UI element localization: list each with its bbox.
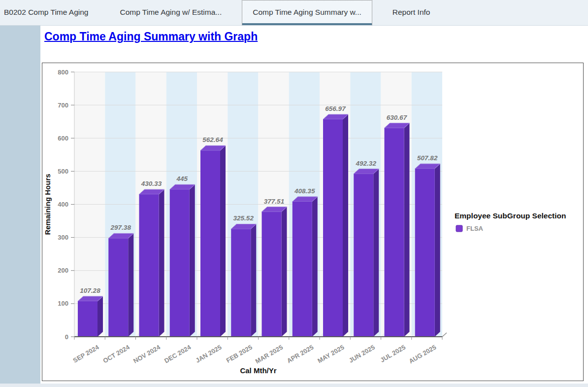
bar-side-face: [128, 233, 133, 337]
y-tick-label: 500: [58, 168, 68, 175]
x-tick-label: AUG 2025: [408, 344, 438, 365]
y-tick-label: 700: [58, 102, 68, 109]
left-sidebar: [0, 26, 40, 384]
bar-value-label: 297.38: [110, 224, 131, 231]
bar-side-face: [251, 224, 256, 337]
tab-bar: B0202 Comp Time Aging Comp Time Aging w/…: [0, 0, 588, 26]
bar-value-label: 408.35: [294, 187, 315, 195]
bar-front-face: [108, 238, 128, 337]
x-tick-label: JAN 2025: [194, 344, 223, 364]
legend-swatch-flsa: [456, 225, 462, 232]
bar-front-face: [415, 169, 435, 337]
y-tick-label: 100: [58, 300, 68, 307]
x-tick-label: JUN 2025: [348, 344, 376, 364]
y-axis-title: Remaining Hours: [43, 174, 52, 235]
bar-value-label: 430.33: [141, 180, 162, 187]
bar-value-label: 377.51: [264, 198, 284, 205]
bar-front-face: [385, 128, 404, 337]
bar-value-label: 630.67: [387, 114, 408, 121]
bar-front-face: [78, 301, 98, 337]
bar-nov-2024[interactable]: 430.33: [135, 180, 164, 337]
x-axis-3d-edge: [442, 333, 447, 337]
bar-value-label: 562.64: [202, 136, 223, 143]
x-tick-label: NOV 2024: [132, 343, 162, 365]
y-tick-label: 600: [58, 135, 68, 142]
tab-report-info[interactable]: Report Info: [382, 0, 441, 25]
bar-value-label: 107.28: [80, 287, 100, 294]
bar-oct-2024[interactable]: 297.38: [104, 224, 133, 337]
bar-front-face: [170, 189, 190, 337]
bar-front-face: [231, 229, 251, 337]
bar-dec-2024[interactable]: 445: [166, 175, 195, 337]
bar-side-face: [312, 197, 318, 337]
bar-front-face: [354, 174, 373, 337]
bar-value-label: 325.52: [233, 214, 254, 222]
x-tick-label: OCT 2024: [101, 343, 131, 364]
bar-front-face: [200, 150, 220, 337]
x-tick-label: MAR 2025: [254, 344, 284, 365]
bar-front-face: [293, 202, 312, 337]
chart-svg: 0100200300400500600700800107.28297.38430…: [42, 63, 583, 381]
bar-value-label: 656.97: [325, 105, 346, 112]
bar-value-label: 507.82: [417, 154, 438, 162]
y-tick-label: 200: [58, 267, 68, 274]
x-tick-label: MAY 2025: [316, 344, 345, 365]
x-tick-label: DEC 2024: [163, 343, 193, 364]
bar-value-label: 492.32: [356, 160, 377, 167]
x-tick-label: SEP 2024: [72, 343, 101, 364]
x-tick-label: APR 2025: [286, 344, 315, 365]
bar-apr-2025[interactable]: 408.35: [289, 187, 318, 337]
y-tick-label: 300: [58, 234, 68, 241]
bar-jun-2025[interactable]: 492.32: [350, 160, 379, 337]
bottom-strip: [0, 384, 588, 387]
bar-value-label: 445: [176, 175, 188, 182]
bar-side-face: [98, 296, 103, 337]
chart-container: 0100200300400500600700800107.28297.38430…: [42, 63, 584, 381]
comp-time-aging-chart: 0100200300400500600700800107.28297.38430…: [42, 63, 583, 383]
bar-mar-2025[interactable]: 377.51: [258, 198, 287, 337]
tab-comp-time-aging-w-estimate[interactable]: Comp Time Aging w/ Estima...: [109, 0, 232, 25]
tab-b0202-comp-time-aging[interactable]: B0202 Comp Time Aging: [0, 0, 98, 25]
x-axis-title: Cal Mth/Yr: [240, 366, 276, 375]
bar-side-face: [343, 114, 348, 337]
legend-label-flsa: FLSA: [466, 225, 484, 232]
bar-jan-2025[interactable]: 562.64: [196, 136, 226, 337]
tab-comp-time-aging-summary[interactable]: Comp Time Aging Summary w...: [242, 0, 372, 25]
bar-jul-2025[interactable]: 630.67: [381, 114, 410, 337]
bar-may-2025[interactable]: 656.97: [319, 105, 348, 337]
bar-front-face: [262, 212, 282, 337]
legend-title: Employee SubGroup Selection: [455, 211, 566, 220]
bar-aug-2025[interactable]: 507.82: [411, 154, 440, 337]
x-tick-label: JUL 2025: [379, 344, 407, 364]
bar-side-face: [435, 164, 440, 337]
bar-feb-2025[interactable]: 325.52: [227, 214, 256, 337]
bar-side-face: [159, 189, 164, 337]
bar-side-face: [282, 207, 287, 337]
x-tick-label: FEB 2025: [225, 344, 254, 364]
y-tick-label: 800: [58, 69, 68, 76]
bar-front-face: [323, 119, 343, 337]
bar-front-face: [139, 194, 159, 337]
legend: Employee SubGroup SelectionFLSA: [455, 211, 566, 232]
page-title-link[interactable]: Comp Time Aging Summary with Graph: [44, 30, 258, 43]
bar-side-face: [190, 184, 195, 337]
bar-side-face: [220, 145, 226, 337]
bar-side-face: [373, 169, 379, 337]
bar-side-face: [404, 123, 410, 337]
y-tick-label: 400: [58, 201, 68, 208]
y-tick-label: 0: [65, 333, 68, 341]
